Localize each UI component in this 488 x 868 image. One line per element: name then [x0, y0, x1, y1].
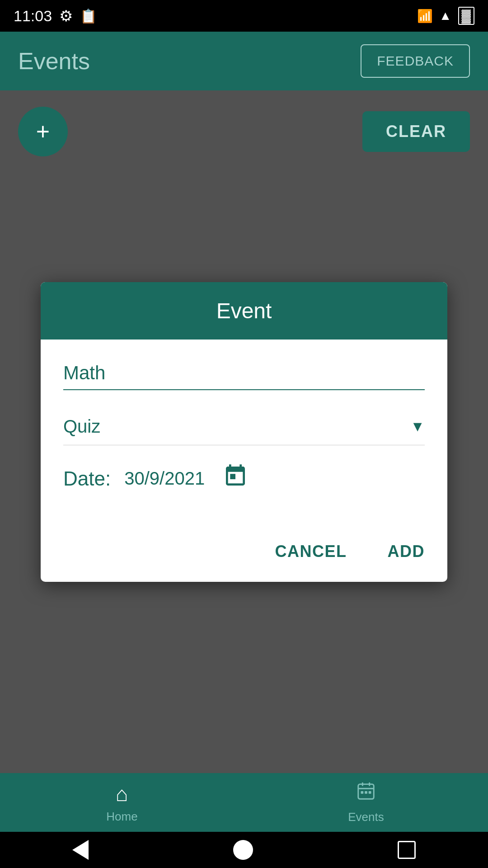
main-content: + CLEAR Event Quiz ▼ Date: 30/	[0, 90, 488, 773]
date-row: Date: 30/9/2021	[63, 463, 425, 494]
event-type-dropdown[interactable]: Quiz ▼	[63, 408, 425, 445]
dialog-header: Event	[41, 282, 447, 340]
recents-button[interactable]	[398, 841, 416, 859]
app-bar: Events FEEDBACK	[0, 32, 488, 90]
dialog-actions: CANCEL ADD	[41, 530, 447, 582]
dialog-body: Quiz ▼ Date: 30/9/2021	[41, 340, 447, 530]
date-value: 30/9/2021	[124, 468, 205, 489]
event-dialog: Event Quiz ▼ Date: 30/9/2021	[41, 282, 447, 582]
add-button[interactable]: ADD	[374, 535, 439, 568]
signal-icon: ▲	[439, 9, 452, 23]
event-name-input[interactable]	[63, 358, 425, 390]
svg-rect-4	[361, 791, 364, 794]
recents-square-icon	[398, 841, 416, 859]
system-nav-bar	[0, 832, 488, 868]
calendar-picker-button[interactable]	[223, 463, 248, 494]
nav-label-events: Events	[348, 810, 384, 824]
svg-rect-6	[369, 791, 371, 794]
calendar-icon	[223, 463, 248, 489]
svg-rect-5	[365, 791, 367, 794]
clipboard-icon: 📋	[80, 8, 97, 24]
nav-item-home[interactable]: ⌂ Home	[0, 782, 244, 824]
wifi-icon: 📶	[417, 9, 433, 24]
app-title: Events	[18, 47, 90, 75]
cancel-button[interactable]: CANCEL	[262, 535, 361, 568]
status-bar: 11:03 ⚙ 📋 📶 ▲ ▓	[0, 0, 488, 32]
gear-icon: ⚙	[59, 7, 73, 25]
dropdown-value: Quiz	[63, 416, 100, 437]
home-button[interactable]	[233, 840, 253, 860]
dialog-overlay: Event Quiz ▼ Date: 30/9/2021	[0, 90, 488, 773]
nav-label-home: Home	[106, 810, 137, 824]
bottom-nav: ⌂ Home Events	[0, 773, 488, 832]
dialog-title: Event	[216, 299, 272, 323]
back-button[interactable]	[72, 840, 89, 860]
calendar-nav-icon	[356, 781, 376, 807]
feedback-button[interactable]: FEEDBACK	[361, 44, 470, 78]
chevron-down-icon: ▼	[410, 418, 425, 435]
date-label: Date:	[63, 467, 111, 490]
status-time: 11:03	[14, 7, 52, 25]
back-icon	[72, 840, 89, 860]
home-circle-icon	[233, 840, 253, 860]
battery-icon: ▓	[458, 7, 474, 25]
home-icon: ⌂	[116, 782, 128, 806]
nav-item-events[interactable]: Events	[244, 781, 488, 824]
